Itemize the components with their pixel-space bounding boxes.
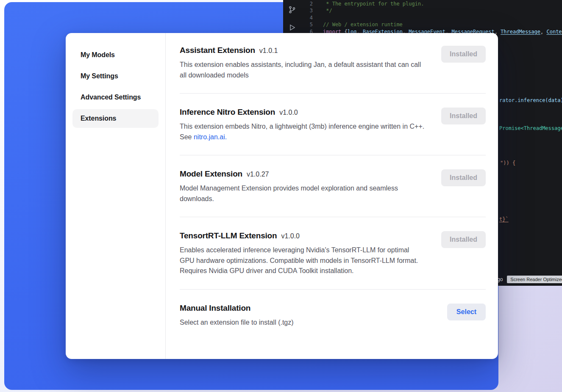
editor-code-area: 2 * The entrypoint for the plugin. 3 */ … [283, 1, 562, 36]
separator [180, 289, 486, 290]
extension-version: v1.0.1 [259, 47, 278, 55]
extension-info: Manual Installation Select an extension … [180, 304, 294, 328]
installed-button[interactable]: Installed [441, 231, 486, 248]
extension-info: Assistant Extension v1.0.1 This extensio… [180, 46, 426, 80]
line-number: 3 [283, 8, 315, 14]
extension-version: v1.0.0 [279, 109, 298, 116]
screen-reader-optimized-badge[interactable]: Screen Reader Optimized [507, 276, 562, 283]
separator [180, 217, 486, 217]
separator [180, 93, 486, 94]
extension-row-nitro: Inference Nitro Extension v1.0.0 This ex… [180, 108, 486, 142]
code-text: // Web / extension runtime [323, 22, 403, 28]
installed-button[interactable]: Installed [441, 108, 486, 124]
select-file-button[interactable]: Select [447, 304, 486, 320]
settings-modal: My Models My Settings Advanced Settings … [66, 33, 498, 359]
code-line: 4 [283, 15, 562, 22]
line-number: 4 [283, 15, 315, 22]
extension-row-model: Model Extension v1.0.27 Model Management… [180, 169, 486, 204]
extension-info: Model Extension v1.0.27 Model Management… [180, 169, 426, 204]
manual-installation-description: Select an extension file to install (.tg… [180, 317, 294, 328]
extension-title: Inference Nitro Extension [180, 108, 275, 117]
line-number: 2 [283, 1, 315, 8]
extension-header: Model Extension v1.0.27 [180, 169, 426, 179]
extension-description: Model Management Extension provides mode… [180, 183, 426, 204]
page-background: 2 * The entrypoint for the plugin. 3 */ … [0, 0, 562, 392]
code-line: 2 * The entrypoint for the plugin. [283, 1, 562, 8]
extension-row-assistant: Assistant Extension v1.0.1 This extensio… [180, 46, 486, 80]
statusbar-language-label: go [497, 276, 503, 282]
sidebar-item-extensions[interactable]: Extensions [72, 109, 159, 128]
code-fragment: rator.inference(data)); [499, 97, 562, 103]
extension-title: Assistant Extension [180, 46, 255, 55]
extension-info: TensortRT-LLM Extension v1.0.0 Enables a… [180, 231, 426, 276]
code-text: * The entrypoint for the plugin. [323, 1, 424, 8]
code-fragment: Promise<ThreadMessage> [499, 125, 562, 131]
sidebar-item-my-models[interactable]: My Models [72, 46, 159, 64]
code-line: 5// Web / extension runtime [283, 22, 562, 28]
extension-header: Manual Installation [180, 304, 294, 313]
extension-header: Assistant Extension v1.0.1 [180, 46, 426, 55]
code-fragment: t}` [499, 216, 509, 222]
line-number: 5 [283, 22, 315, 28]
extension-title: TensortRT-LLM Extension [180, 231, 277, 240]
extension-version: v1.0.0 [281, 232, 300, 240]
extension-description: Enables accelerated inference leveraging… [180, 245, 426, 276]
installed-button[interactable]: Installed [441, 169, 486, 186]
code-text: */ [323, 8, 332, 14]
manual-installation-title: Manual Installation [180, 304, 250, 313]
extension-header: Inference Nitro Extension v1.0.0 [180, 108, 426, 117]
sidebar-item-advanced-settings[interactable]: Advanced Settings [72, 88, 159, 107]
extension-row-tensorrt: TensortRT-LLM Extension v1.0.0 Enables a… [180, 231, 486, 276]
sidebar-item-my-settings[interactable]: My Settings [72, 67, 159, 86]
extension-version: v1.0.27 [247, 171, 269, 178]
installed-button[interactable]: Installed [441, 46, 486, 63]
code-line: 3 */ [283, 8, 562, 14]
extension-description: This extension embeds Nitro, a lightweig… [180, 121, 426, 142]
extensions-panel: Assistant Extension v1.0.1 This extensio… [166, 33, 498, 359]
code-fragment: ")) { [500, 160, 515, 166]
separator [180, 155, 486, 155]
extension-description: This extension enables assistants, inclu… [180, 60, 426, 80]
manual-installation-row: Manual Installation Select an extension … [180, 304, 486, 328]
extension-header: TensortRT-LLM Extension v1.0.0 [180, 231, 426, 240]
editor-status-bar: go Screen Reader Optimized [497, 276, 562, 283]
extension-info: Inference Nitro Extension v1.0.0 This ex… [180, 108, 426, 142]
extension-title: Model Extension [180, 169, 242, 179]
nitro-jan-ai-link[interactable]: nitro.jan.ai. [194, 133, 227, 141]
settings-sidebar: My Models My Settings Advanced Settings … [66, 33, 166, 359]
